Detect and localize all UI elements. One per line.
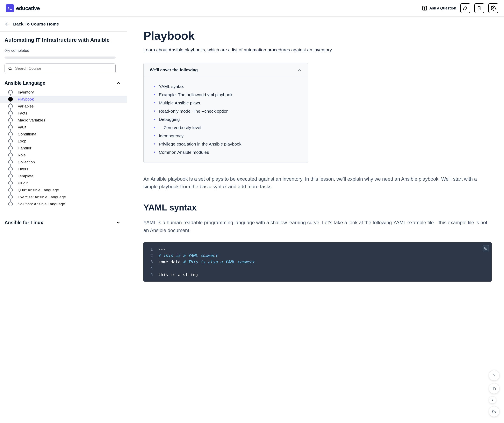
page-subtitle: Learn about Ansible playbooks, which are…: [143, 47, 492, 53]
lesson-item-collection[interactable]: Collection: [8, 159, 122, 166]
lesson-label: Magic Variables: [18, 118, 45, 123]
lesson-item-filters[interactable]: Filters: [8, 166, 122, 173]
lesson-item-playbook[interactable]: Playbook: [0, 96, 127, 103]
lesson-label: Role: [18, 153, 26, 158]
toc-item[interactable]: YAML syntax: [154, 82, 300, 91]
lesson-label: Template: [18, 174, 34, 178]
settings-button[interactable]: [488, 3, 498, 13]
lesson-label: Plugin: [18, 181, 29, 185]
code-content: ---: [158, 246, 166, 253]
ask-question-button[interactable]: Ask a Question: [422, 6, 456, 11]
topbar-actions: Ask a Question: [422, 3, 498, 13]
logo-icon: [6, 4, 14, 12]
lesson-item-template[interactable]: Template: [8, 173, 122, 180]
lesson-label: Conditional: [18, 132, 37, 136]
lesson-status-dot: [8, 188, 13, 192]
lesson-status-dot: [8, 132, 13, 136]
toc-item[interactable]: Multiple Ansible plays: [154, 99, 300, 107]
lesson-status-dot: [8, 97, 13, 101]
lesson-status-dot: [8, 118, 13, 123]
progress-bar: [5, 57, 116, 59]
lesson-item-variables[interactable]: Variables: [8, 103, 122, 110]
back-link[interactable]: Back To Course Home: [0, 17, 127, 32]
code-line: 3some data # This is also a YAML comment: [143, 259, 492, 265]
toc-item[interactable]: Read-only mode: The --check option: [154, 107, 300, 115]
toc-toggle[interactable]: We'll cover the following: [144, 63, 308, 77]
code-content: # This is a YAML comment: [158, 253, 218, 259]
collapsed-section-title: Ansible for Linux: [5, 220, 43, 225]
lesson-item-vault[interactable]: Vault: [8, 124, 122, 131]
toc-item[interactable]: Common Ansible modules: [154, 148, 300, 156]
lesson-list: InventoryPlaybookVariablesFactsMagic Var…: [0, 89, 127, 214]
code-line: 2# This is a YAML comment: [143, 253, 492, 259]
lesson-item-solution-ansible-language[interactable]: Solution: Ansible Language: [8, 201, 122, 208]
lesson-label: Handler: [18, 146, 31, 150]
page-title: Playbook: [143, 29, 492, 42]
lesson-label: Exercise: Ansible Language: [18, 195, 66, 199]
yaml-intro-paragraph: YAML is a human-readable programming lan…: [143, 219, 489, 234]
document-button[interactable]: [474, 3, 484, 13]
lesson-label: Collection: [18, 160, 35, 164]
toc-box: We'll cover the following YAML syntaxExa…: [143, 63, 308, 163]
toc-item[interactable]: Privilege escalation in the Ansible play…: [154, 140, 300, 148]
lesson-label: Solution: Ansible Language: [18, 202, 65, 206]
lesson-status-dot: [8, 139, 13, 143]
logo[interactable]: educative: [6, 4, 40, 12]
lesson-label: Quiz: Ansible Language: [18, 188, 59, 192]
lesson-item-magic-variables[interactable]: Magic Variables: [8, 117, 122, 124]
chevron-up-icon: [297, 68, 302, 72]
line-number: 5: [143, 271, 158, 278]
section-toggle-ansible-for-linux[interactable]: Ansible for Linux: [0, 214, 127, 232]
lesson-item-handler[interactable]: Handler: [8, 145, 122, 152]
toc-title: We'll cover the following: [150, 68, 198, 72]
document-icon: [477, 6, 482, 11]
section-heading-yaml-syntax: YAML syntax: [143, 203, 492, 212]
back-link-label: Back To Course Home: [13, 22, 59, 27]
arrow-left-icon: [5, 22, 9, 27]
lesson-item-role[interactable]: Role: [8, 152, 122, 159]
progress-text: 0% completed: [5, 48, 122, 53]
lesson-item-inventory[interactable]: Inventory: [8, 89, 122, 96]
highlight-button[interactable]: [460, 3, 470, 13]
pencil-icon: [463, 6, 468, 11]
section-title: Ansible Language: [5, 80, 45, 86]
main-content: Playbook Learn about Ansible playbooks, …: [127, 17, 504, 294]
line-number: 3: [143, 259, 158, 265]
code-line: 1---: [143, 246, 492, 253]
lesson-label: Loop: [18, 139, 26, 143]
lesson-label: Filters: [18, 167, 28, 171]
lesson-status-dot: [8, 146, 13, 150]
copy-icon: [484, 247, 487, 250]
lesson-status-dot: [8, 90, 13, 94]
svg-point-2: [493, 8, 494, 9]
course-title: Automating IT Infrastructure with Ansibl…: [5, 37, 112, 43]
lesson-status-dot: [8, 202, 13, 206]
toc-item[interactable]: Idempotency: [154, 132, 300, 140]
toc-item[interactable]: Debugging: [154, 115, 300, 123]
toc-item[interactable]: Example: The helloworld.yml playbook: [154, 91, 300, 99]
lesson-item-plugin[interactable]: Plugin: [8, 180, 122, 187]
lesson-item-conditional[interactable]: Conditional: [8, 131, 122, 138]
lesson-item-facts[interactable]: Facts: [8, 110, 122, 117]
toc-list: YAML syntaxExample: The helloworld.yml p…: [144, 77, 308, 163]
lesson-item-loop[interactable]: Loop: [8, 138, 122, 145]
search-wrap: [0, 61, 127, 77]
sidebar: Back To Course Home Automating IT Infras…: [0, 17, 127, 294]
gear-icon: [491, 6, 496, 11]
code-content: some data # This is also a YAML comment: [158, 259, 255, 265]
search-input[interactable]: [15, 66, 112, 71]
topbar: educative Ask a Question: [0, 0, 504, 17]
lesson-item-quiz-ansible-language[interactable]: Quiz: Ansible Language: [8, 187, 122, 194]
code-block: 1---2# This is a YAML comment3some data …: [143, 242, 492, 282]
lesson-status-dot: [8, 181, 13, 185]
copy-code-button[interactable]: [483, 245, 489, 251]
lesson-label: Variables: [18, 104, 34, 109]
toc-subitem[interactable]: Zero verbosity level: [154, 123, 300, 132]
search-box[interactable]: [5, 64, 116, 73]
section-toggle-ansible-language[interactable]: Ansible Language: [0, 77, 127, 89]
lesson-item-exercise-ansible-language[interactable]: Exercise: Ansible Language: [8, 194, 122, 201]
lesson-status-dot: [8, 174, 13, 178]
lesson-status-dot: [8, 125, 13, 129]
lesson-status-dot: [8, 104, 13, 109]
lesson-status-dot: [8, 160, 13, 164]
